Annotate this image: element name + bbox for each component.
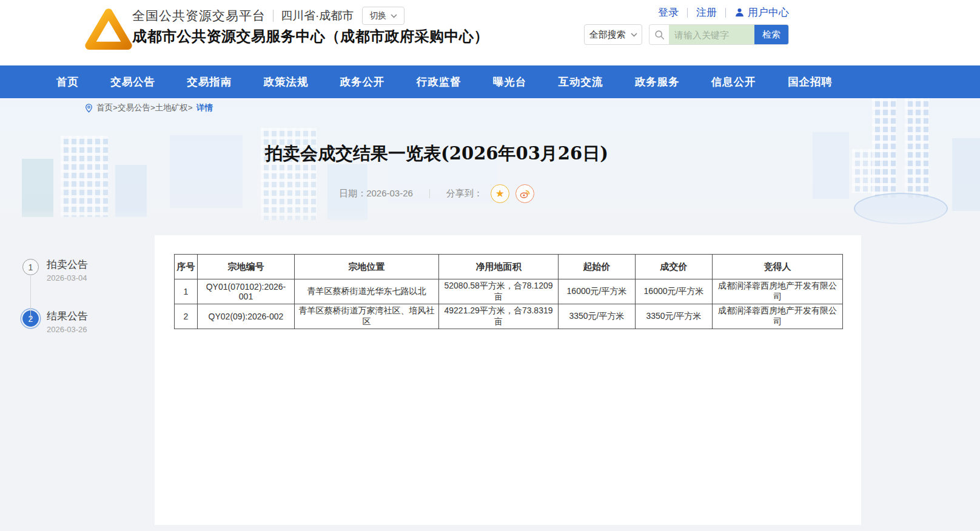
table-cell: QY01(070102):2026-001	[198, 279, 295, 304]
user-center-link[interactable]: 用户中心	[734, 5, 789, 19]
nav-list: 首页交易公告交易指南政策法规政务公开行政监督曝光台互动交流政务服务信息公开国企招…	[52, 65, 837, 98]
timeline-step[interactable]: 1拍卖公告2026-03-04	[22, 259, 150, 282]
nav-item-11[interactable]: 国企招聘	[783, 75, 837, 89]
table-cell: 青羊区蔡桥街道光华东七路以北	[295, 279, 439, 304]
user-icon	[734, 7, 745, 18]
banner: 首页>交易公告>土地矿权>详情 拍卖会成交结果一览表(2026年03月26日) …	[0, 98, 980, 235]
divider	[725, 8, 726, 18]
chevron-down-icon	[391, 14, 397, 18]
share-label: 分享到：	[446, 188, 483, 199]
table-cell: 成都润泽蓉西房地产开发有限公司	[713, 304, 843, 329]
date-value: 2026-03-26	[366, 188, 413, 198]
skyline-tower	[905, 98, 929, 198]
share-icons: ★	[491, 184, 534, 203]
search-icon	[649, 25, 669, 44]
table-row: 2QY02(09):2026-002青羊区蔡桥街道万家湾社区、培风社区49221…	[175, 304, 843, 329]
table-header-row: 序号宗地编号宗地位置净用地面积起始价成交价竞得人	[175, 255, 843, 279]
table-cell: 青羊区蔡桥街道万家湾社区、培风社区	[295, 304, 439, 329]
chevron-down-icon	[631, 33, 637, 37]
site-header: 全国公共资源交易平台 四川省·成都市 切换 成都市公共资源交易服务中心（成都市政…	[0, 0, 980, 65]
table-header-cell: 起始价	[559, 255, 636, 279]
table-cell: QY02(09):2026-002	[198, 304, 295, 329]
nav-item-7[interactable]: 曝光台	[488, 75, 532, 89]
table-header-cell: 净用地面积	[439, 255, 559, 279]
platform-title: 全国公共资源交易平台	[132, 7, 266, 24]
region-label: 四川省·成都市	[281, 8, 354, 24]
timeline-step[interactable]: 2结果公告2026-03-26	[22, 310, 150, 334]
divider	[687, 8, 688, 18]
divider	[429, 189, 430, 198]
nav-item-8[interactable]: 互动交流	[553, 75, 608, 89]
table-header-cell: 竞得人	[713, 255, 843, 279]
site-title: 成都市公共资源交易服务中心（成都市政府采购中心）	[132, 27, 489, 46]
table-cell: 3350元/平方米	[559, 304, 636, 329]
timeline-step-number: 1	[22, 259, 39, 275]
nav-item-2[interactable]: 交易公告	[106, 75, 160, 89]
skyline-stadium	[854, 193, 948, 224]
auction-results-table: 序号宗地编号宗地位置净用地面积起始价成交价竞得人 1QY01(070102):2…	[174, 254, 843, 329]
search-box: 检索	[649, 24, 789, 45]
table-header-cell: 宗地位置	[295, 255, 439, 279]
nav-item-5[interactable]: 政务公开	[335, 75, 390, 89]
table-cell: 2	[175, 304, 198, 329]
register-label: 注册	[696, 5, 717, 19]
table-header-cell: 序号	[175, 255, 198, 279]
location-pin-icon	[85, 104, 93, 113]
divider	[273, 10, 274, 22]
table-cell: 52080.58平方米，合78.1209亩	[439, 279, 559, 304]
timeline: 1拍卖公告2026-03-042结果公告2026-03-26	[22, 259, 150, 334]
skyline-building	[22, 159, 53, 217]
qzone-icon[interactable]: ★	[491, 184, 509, 203]
login-link[interactable]: 登录	[658, 5, 679, 19]
skyline-tower	[872, 98, 896, 198]
nav-item-9[interactable]: 政务服务	[630, 75, 685, 89]
table-header-cell: 成交价	[636, 255, 713, 279]
search-button[interactable]: 检索	[754, 25, 788, 44]
table-cell: 16000元/平方米	[559, 279, 636, 304]
nav-item-3[interactable]: 交易指南	[182, 75, 237, 89]
page-title: 拍卖会成交结果一览表(2026年03月26日)	[85, 142, 788, 166]
table-cell: 3350元/平方米	[636, 304, 713, 329]
nav-item-4[interactable]: 政策法规	[258, 75, 313, 89]
login-label: 登录	[658, 5, 679, 19]
content-area: 1拍卖公告2026-03-042结果公告2026-03-26 序号宗地编号宗地位…	[0, 235, 980, 531]
search-input[interactable]	[669, 25, 754, 44]
nav-item-1[interactable]: 首页	[52, 75, 84, 89]
date-label: 日期：2026-03-26	[339, 188, 413, 199]
timeline-step-title: 拍卖公告	[47, 259, 88, 271]
site-logo-icon	[85, 5, 132, 58]
timeline-step-title: 结果公告	[47, 310, 88, 322]
table-cell: 1	[175, 279, 198, 304]
table-cell: 16000元/平方米	[636, 279, 713, 304]
breadcrumb-current: 详情	[196, 102, 213, 113]
breadcrumb: 首页>交易公告>土地矿权>详情	[85, 102, 213, 113]
main-nav: 首页交易公告交易指南政策法规政务公开行政监督曝光台互动交流政务服务信息公开国企招…	[0, 65, 980, 98]
region-switch-button[interactable]: 切换	[362, 7, 404, 25]
breadcrumb-path: 首页>交易公告>土地矿权>	[96, 102, 193, 113]
nav-item-6[interactable]: 行政监督	[412, 75, 466, 89]
timeline-connector	[30, 276, 31, 319]
region-switch-label: 切换	[369, 10, 386, 21]
register-link[interactable]: 注册	[696, 5, 717, 19]
skyline-building	[813, 132, 849, 199]
weibo-icon[interactable]	[515, 184, 534, 203]
nav-item-10[interactable]: 信息公开	[706, 75, 761, 89]
search-scope-select[interactable]: 全部搜索	[584, 24, 642, 45]
timeline-step-date: 2026-03-26	[47, 325, 88, 334]
skyline-building	[952, 138, 980, 211]
table-header-cell: 宗地编号	[198, 255, 295, 279]
header-top-row: 全国公共资源交易平台 四川省·成都市 切换	[132, 7, 404, 25]
detail-card: 序号宗地编号宗地位置净用地面积起始价成交价竞得人 1QY01(070102):2…	[155, 235, 861, 525]
article-meta: 日期：2026-03-26 分享到： ★	[85, 184, 788, 203]
table-row: 1QY01(070102):2026-001青羊区蔡桥街道光华东七路以北5208…	[175, 279, 843, 304]
search-scope-label: 全部搜索	[589, 29, 626, 41]
user-center-label: 用户中心	[748, 5, 789, 19]
date-label-text: 日期：	[339, 188, 366, 198]
table-body: 1QY01(070102):2026-001青羊区蔡桥街道光华东七路以北5208…	[175, 279, 843, 329]
table-cell: 成都润泽蓉西房地产开发有限公司	[713, 279, 843, 304]
timeline-step-date: 2026-03-04	[47, 273, 88, 282]
account-links: 登录 注册 用户中心	[658, 5, 789, 19]
table-cell: 49221.29平方米，合73.8319亩	[439, 304, 559, 329]
